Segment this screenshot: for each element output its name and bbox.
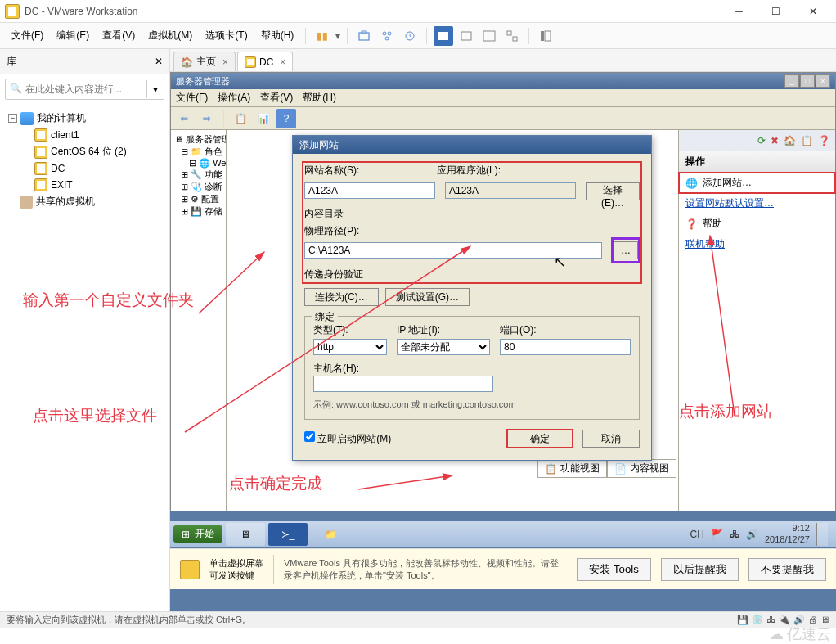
content-group-label: 内容目录 bbox=[304, 207, 640, 221]
sm-menu-view[interactable]: 查看(V) bbox=[260, 91, 293, 105]
task-powershell[interactable]: ≻_ bbox=[268, 523, 308, 546]
guest-display[interactable]: 服务器管理器 _ □ × 文件(F) 操作(A) 查看(V) 帮助(H) ⇦ ⇨ bbox=[170, 72, 836, 622]
test-settings-button[interactable]: 测试设置(G)… bbox=[385, 288, 470, 306]
library-close-icon[interactable]: ✕ bbox=[155, 56, 163, 67]
window-title: DC - VMware Workstation bbox=[25, 6, 721, 17]
close-button[interactable]: ✕ bbox=[794, 0, 831, 23]
sm-tree-root[interactable]: 🖥 服务器管理器 bbox=[174, 133, 222, 146]
menu-file[interactable]: 文件(F) bbox=[7, 25, 48, 46]
tree-vm-dc[interactable]: DC bbox=[5, 160, 164, 177]
type-select[interactable]: http bbox=[313, 339, 387, 355]
task-servermgr[interactable]: 🖥 bbox=[226, 523, 265, 546]
sm-tree-roles[interactable]: ⊟ 📁 角色 bbox=[174, 146, 222, 158]
tree-collapse-icon[interactable]: − bbox=[8, 114, 17, 123]
tab-close-icon[interactable]: × bbox=[280, 56, 285, 68]
menu-view[interactable]: 查看(V) bbox=[97, 25, 140, 46]
revert-button[interactable] bbox=[400, 26, 420, 46]
sm-tree-item[interactable]: ⊞ 🩺 诊断 bbox=[174, 181, 222, 193]
tree-shared-vms[interactable]: 共享的虚拟机 bbox=[5, 193, 164, 210]
home-icon[interactable]: 🏠 bbox=[784, 135, 796, 146]
host-input[interactable] bbox=[313, 376, 493, 392]
minimize-button[interactable]: ─ bbox=[721, 0, 757, 23]
tab-close-icon[interactable]: × bbox=[222, 56, 228, 68]
menu-edit[interactable]: 编辑(E) bbox=[52, 25, 94, 46]
nav-icon[interactable]: 📋 bbox=[801, 135, 813, 146]
sm-menu-action[interactable]: 操作(A) bbox=[218, 91, 250, 105]
forward-button[interactable]: ⇨ bbox=[197, 109, 217, 128]
fitwindow-button[interactable] bbox=[456, 26, 476, 46]
vm-icon bbox=[34, 146, 47, 159]
maximize-button[interactable]: ☐ bbox=[757, 0, 794, 23]
tree-my-computer[interactable]: − 我的计算机 bbox=[5, 110, 164, 127]
device-disk-icon[interactable]: 💾 bbox=[737, 615, 748, 625]
sm-menu-file[interactable]: 文件(F) bbox=[176, 91, 208, 105]
site-name-label: 网站名称(S): bbox=[304, 164, 427, 178]
refresh-icon[interactable]: ⟳ bbox=[757, 135, 766, 146]
tray-flag-icon[interactable]: 🚩 bbox=[711, 529, 723, 540]
menu-tabs[interactable]: 选项卡(T) bbox=[200, 25, 252, 46]
port-input[interactable] bbox=[500, 339, 631, 355]
cloud-icon: ☁ bbox=[769, 625, 784, 643]
back-button[interactable]: ⇦ bbox=[174, 109, 194, 128]
menu-help[interactable]: 帮助(H) bbox=[256, 25, 299, 46]
action-add-website[interactable]: 🌐 添加网站… bbox=[679, 173, 835, 193]
select-pool-button[interactable]: 选择(E)… bbox=[586, 182, 640, 200]
pause-button[interactable]: ▮▮ bbox=[312, 26, 332, 46]
tree-vm-client1[interactable]: client1 bbox=[5, 127, 164, 143]
unity-button[interactable] bbox=[502, 26, 522, 46]
stop-icon[interactable]: ✖ bbox=[771, 135, 779, 146]
tray-sound-icon[interactable]: 🔊 bbox=[746, 529, 758, 540]
tray-network-icon[interactable]: 🖧 bbox=[730, 529, 739, 540]
sm-minimize-button[interactable]: _ bbox=[784, 74, 799, 88]
tray-clock[interactable]: 9:12 2018/12/27 bbox=[765, 523, 810, 544]
help-icon[interactable]: ? bbox=[276, 109, 296, 128]
sm-tree-item[interactable]: ⊞ ⚙ 配置 bbox=[174, 193, 222, 205]
tree-vm-exit[interactable]: EXIT bbox=[5, 177, 164, 193]
snapshot-mgr-button[interactable] bbox=[377, 26, 397, 46]
sm-menu-help[interactable]: 帮助(H) bbox=[303, 91, 336, 105]
phys-path-label: 物理路径(P): bbox=[304, 224, 640, 238]
sm-tree-item[interactable]: ⊞ 🔧 功能 bbox=[174, 169, 222, 181]
start-button[interactable]: ⊞ 开始 bbox=[173, 525, 222, 543]
cancel-button[interactable]: 取消 bbox=[582, 430, 640, 448]
tab-home[interactable]: 🏠 主页 × bbox=[173, 52, 236, 71]
tab-dc[interactable]: DC × bbox=[237, 52, 293, 71]
properties-button[interactable]: 📊 bbox=[254, 109, 273, 128]
refresh-button[interactable]: 📋 bbox=[231, 109, 250, 128]
fitguest-button[interactable] bbox=[434, 26, 453, 46]
app-pool-label: 应用程序池(L): bbox=[437, 164, 573, 178]
fullscreen-button[interactable] bbox=[479, 26, 499, 46]
snapshot-button[interactable] bbox=[354, 26, 374, 46]
sm-tree-web[interactable]: ⊟ 🌐 We bbox=[174, 158, 222, 169]
sm-maximize-button[interactable]: □ bbox=[800, 74, 815, 88]
never-remind-button[interactable]: 不要提醒我 bbox=[748, 558, 826, 581]
server-manager-window: 服务器管理器 _ □ × 文件(F) 操作(A) 查看(V) 帮助(H) ⇦ ⇨ bbox=[170, 72, 836, 511]
sm-tree-item[interactable]: ⊞ 💾 存储 bbox=[174, 205, 222, 218]
action-help[interactable]: ❓ 帮助 bbox=[679, 214, 835, 234]
sm-close-button[interactable]: × bbox=[816, 74, 830, 88]
tray-lang[interactable]: CH bbox=[690, 529, 704, 540]
autostart-checkbox[interactable]: 立即启动网站(M) bbox=[304, 433, 391, 444]
ok-button[interactable]: 确定 bbox=[507, 430, 573, 448]
browse-button[interactable]: … bbox=[614, 241, 638, 259]
task-explorer[interactable]: 📁 bbox=[311, 523, 350, 546]
watermark: ☁ 亿速云 bbox=[769, 624, 831, 644]
library-toggle-button[interactable] bbox=[536, 26, 555, 46]
site-name-input[interactable] bbox=[304, 182, 435, 199]
remind-later-button[interactable]: 以后提醒我 bbox=[661, 558, 739, 581]
tree-vm-centos[interactable]: CentOS 64 位 (2) bbox=[5, 143, 164, 160]
device-cd-icon[interactable]: 💿 bbox=[752, 615, 763, 625]
menu-vm[interactable]: 虚拟机(M) bbox=[143, 25, 197, 46]
install-tools-button[interactable]: 安装 Tools bbox=[577, 558, 651, 581]
search-input[interactable] bbox=[5, 79, 164, 100]
help-icon[interactable]: ❓ bbox=[818, 135, 830, 146]
ip-select[interactable]: 全部未分配 bbox=[397, 339, 490, 355]
action-set-defaults[interactable]: 设置网站默认设置… bbox=[679, 193, 835, 214]
svg-rect-12 bbox=[545, 31, 551, 41]
connect-as-button[interactable]: 连接为(C)… bbox=[304, 288, 379, 306]
show-desktop-button[interactable] bbox=[816, 523, 828, 546]
action-online-help[interactable]: 联机帮助 bbox=[679, 234, 835, 254]
feature-view-tab[interactable]: 📋 功能视图 bbox=[537, 459, 607, 478]
content-view-tab[interactable]: 📄 内容视图 bbox=[607, 459, 676, 478]
search-dropdown-button[interactable]: ▾ bbox=[146, 80, 163, 98]
